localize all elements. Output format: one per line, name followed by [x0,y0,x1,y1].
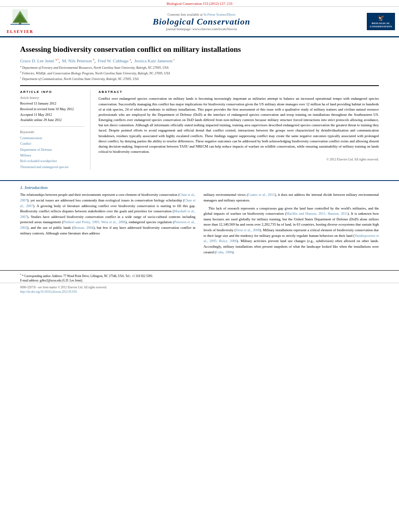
bottom-bar: 0006-3207/$ - see front matter © 2012 El… [0,283,399,296]
author-fred: Fred W. Cubbage [98,58,129,63]
paper-content: Assessing biodiversity conservation conf… [0,37,399,176]
affil-a: Department of Forestry and Environmental… [22,66,169,70]
accepted-date: Accepted 11 May 2012 [20,112,84,118]
article-info-header: ARTICLE INFO [20,90,84,94]
affiliations: a Department of Forestry and Environment… [20,65,379,81]
affil-b: Fisheries, Wildlife, and Conservation Bi… [22,72,170,75]
abstract-header: ABSTRACT [99,90,379,94]
revised-date: Received in revised form 10 May 2012 [20,107,84,112]
bird-icon: 🦅 [368,15,393,22]
copyright-line: © 2012 Elsevier Ltd. All rights reserved… [99,158,379,161]
svg-rect-4 [10,24,30,25]
divider [20,126,84,127]
sciverse-link[interactable]: SciVerse ScienceDirect [204,12,236,16]
body-right-col: military environmental views (Coates et … [204,185,379,257]
intro-para-2: military environmental views (Coates et … [204,192,379,203]
biocons-badge-container: 🦅 BIOLOGICAL CONSERVATION [367,13,395,31]
issn-line: 0006-3207/$ - see front matter © 2012 El… [20,286,379,289]
ref-coates2011[interactable]: Coates et al., 2011 [248,193,275,197]
bio-cons-badge: 🦅 BIOLOGICAL CONSERVATION [367,13,395,31]
journal-header: ELSEVIER Contents lists available at Sci… [0,7,399,37]
authors-line: Grace D. Lee Jenni a,*, M. Nils Peterson… [20,58,379,63]
ref-cohn1996[interactable]: Cohn, 1996 [216,250,232,254]
keywords-label: Keywords: [20,130,84,134]
keyword-threatened[interactable]: Threatened and endangered species [20,164,84,170]
footnotes: * * Corresponding author. Address: 77 Wo… [0,270,399,283]
author-grace: Grace D. Lee Jenni [20,58,54,63]
available-date: Available online 29 June 2012 [20,117,84,123]
journal-ref-text: Biological Conservation 153 (2012) 127–1… [167,2,232,6]
doi-link[interactable]: http://dx.doi.org/10.1016/j.biocon.2012.… [20,290,77,294]
journal-title: Biological Conservation [40,16,363,27]
received-date: Received 13 January 2012 [20,101,84,107]
body-left-text: The relationships between people and the… [20,192,195,236]
intro-para-1: The relationships between people and the… [20,192,195,236]
journal-center-block: Contents lists available at SciVerse Sci… [40,12,363,31]
footnote-corresponding: * * Corresponding author. Address: 77 Wo… [20,273,379,278]
article-info-col: ARTICLE INFO Article history: Received 1… [20,90,90,170]
footnote-email: E-mail address: gdlee2@ncsu.edu (G.D. Le… [20,278,379,283]
elsevier-logo: ELSEVIER [4,9,36,34]
keyword-rcw[interactable]: Red cockaded woodpecker [20,158,84,164]
history-label: Article history: [20,96,84,100]
keyword-dod[interactable]: Department of Defense [20,147,84,152]
author-nils: M. Nils Peterson [62,58,92,63]
main-body: 1. Introduction The relationships betwee… [0,180,399,265]
section1-title: 1. Introduction [20,185,195,190]
paper-title: Assessing biodiversity conservation conf… [20,45,379,55]
keyword-communication[interactable]: Communication [20,135,84,141]
ref-marshall2007[interactable]: Marshall et al., 2007 [20,209,195,219]
ref-benson2004[interactable]: Benson, 2004 [74,226,94,230]
journal-reference: Biological Conservation 153 (2012) 127–1… [0,0,399,7]
abstract-col: ABSTRACT Conflict over endangered specie… [99,90,379,170]
abstract-text: Conflict over endangered species conserv… [99,96,379,154]
ref-stein2008[interactable]: Stein et al., 2008 [236,228,260,232]
ref-chan2007[interactable]: Chan et al., 2007 [20,193,195,202]
contents-line: Contents lists available at SciVerse Sci… [40,12,363,16]
body-right-text: military environmental views (Coates et … [204,192,379,255]
body-two-col: 1. Introduction The relationships betwee… [20,185,379,257]
ref-vanderpoorten2005[interactable]: Vanderpoorten et al., 2005; Boice, 2006 [204,234,379,243]
affil-c: Department of Communication, North Carol… [22,77,139,80]
article-info-abstract: ARTICLE INFO Article history: Received 1… [20,85,379,170]
author-jessica: Jessica Katz Jameson [134,58,173,63]
intro-para-3: This lack of research represents a consp… [204,206,379,255]
body-left-col: 1. Introduction The relationships betwee… [20,185,195,257]
keyword-conflict[interactable]: Conflict [20,141,84,146]
ref-pimbert1995[interactable]: Pimbert and Pretty, 1995; West et al., 2… [63,220,125,224]
keyword-military[interactable]: Military [20,152,84,158]
ref-chan2007b[interactable]: Chan et al., 2007 [20,198,195,208]
homepage-line: journal homepage: www.elsevier.com/locat… [40,27,363,31]
ref-machlis2011[interactable]: Machlis and Hanson, 2011; Hanson, 2011 [286,212,348,216]
